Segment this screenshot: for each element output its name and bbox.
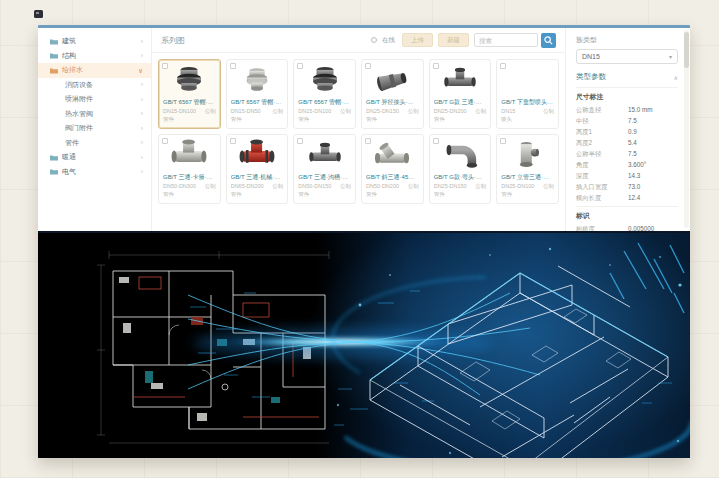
upload-button[interactable]: 上传 [402,33,433,47]
sidebar-item-label: 管件 [65,138,79,148]
fitting-card[interactable]: GB/T 斜三通·45度·沟槽 DN50-DN200公制 管件 [361,134,424,204]
card-checkbox[interactable] [433,63,439,69]
library-ui: 建筑 › 结构 › 给排水 ∨ 消防设备 › 喷淋附 [38,28,690,231]
card-checkbox[interactable] [230,138,236,144]
fitting-card[interactable]: GB/T 6567 管帽·内丝连接 DN15-DN50公制 管件 [226,59,289,129]
fitting-thumbnail [163,62,216,99]
fitting-category: 管件 [434,116,487,123]
fitting-card[interactable]: GB/T 三通·卡箍·铸铁 DN50-DN300公制 管件 [158,134,221,204]
property-label: 公称半径 [576,150,628,157]
sidebar-item-valve-accessories[interactable]: 阀门附件 › [38,121,151,136]
folder-icon [50,168,58,175]
fitting-name: GB/T 6567 管帽·内丝连接 [231,99,284,106]
fitting-size: DN15-DN50 [231,108,261,115]
card-checkbox[interactable] [162,63,168,69]
search-input[interactable] [474,33,538,47]
sidebar-item-hot-water-valves[interactable]: 热水管阀 › [38,107,151,122]
online-radio[interactable] [371,37,377,43]
property-value: 15.0 mm [628,106,653,113]
card-checkbox[interactable] [500,138,506,144]
fitting-unit: 公制 [475,183,486,190]
fitting-thumbnail [501,137,554,174]
sidebar-item-label: 阀门附件 [65,123,93,133]
sidebar-item-plumbing[interactable]: 给排水 ∨ [38,63,151,78]
fitting-unit: 公制 [543,108,554,115]
property-value: 7.5 [628,150,637,157]
type-parameters-section[interactable]: 类型参数 ∧ [576,72,678,82]
fitting-category: 管件 [298,116,351,123]
fitting-card[interactable]: GB/T G款 三通·中心-自动喷淋 DN25-DN200公制 管件 [429,59,492,129]
fitting-category: 管件 [434,191,487,198]
fitting-thumbnail [366,137,419,174]
family-type-label: 族类型 [576,35,678,45]
chevron-right-icon: › [141,96,143,103]
sidebar-item-structure[interactable]: 结构 › [38,49,151,64]
property-row: 插入口宽度73.0 [576,183,678,190]
identity-group-title: 标识 [576,211,678,221]
sidebar-item-electrical[interactable]: 电气 › [38,165,151,180]
sidebar-item-hvac[interactable]: 暖通 › [38,150,151,165]
sidebar-item-label: 消防设备 [65,80,93,90]
card-checkbox[interactable] [365,138,371,144]
family-type-select[interactable]: DN15 ▾ [576,49,678,64]
fitting-size: DN25-DN100 [501,183,534,190]
card-checkbox[interactable] [162,138,168,144]
sidebar-item-label: 建筑 [62,36,76,46]
fitting-card[interactable]: GB/T 下垂型喷头·玻璃球 DN15公制 喷头 [496,59,559,129]
fitting-unit: 公制 [408,108,419,115]
fitting-card[interactable]: GB/T 6567 管帽·沟槽管件 DN15-DN100公制 管件 [158,59,221,129]
fitting-unit: 公制 [272,183,283,190]
fitting-size: DN15-DN100 [163,108,196,115]
sidebar-item-sprinkler-accessories[interactable]: 喷淋附件 › [38,92,151,107]
collapse-icon: ∧ [674,74,678,81]
card-checkbox[interactable] [297,63,303,69]
property-label: 横向长度 [576,194,628,201]
fitting-thumbnail [231,62,284,99]
property-label: 高度1 [576,128,628,135]
property-value: 14.3 [628,172,640,179]
fitting-thumbnail [366,62,419,99]
card-checkbox[interactable] [500,63,506,69]
fitting-card[interactable]: GB/T G款·弯头·沟槽式 DN25-DN150公制 管件 [429,134,492,204]
sidebar-item-label: 热水管阀 [65,109,93,119]
fitting-unit: 公制 [543,183,554,190]
search-button[interactable] [541,33,556,48]
fitting-name: GB/T 斜三通·45度·沟槽 [366,174,419,181]
card-checkbox[interactable] [433,138,439,144]
chevron-right-icon: › [141,139,143,146]
chevron-right-icon: › [141,52,143,59]
fitting-card[interactable]: GB/T 立管三通·丝口 DN25-DN100公制 管件 [496,134,559,204]
fitting-category: 管件 [231,191,284,198]
fitting-card[interactable]: GB/T 三通·沟槽·B款 DN50-DN150公制 管件 [293,134,356,204]
folder-icon [50,52,58,59]
fitting-thumbnail [298,62,351,99]
fitting-thumbnail [501,62,554,99]
sidebar-item-fire-equipment[interactable]: 消防设备 › [38,78,151,93]
scrollbar-thumb[interactable] [684,32,689,68]
property-row: 高度25.4 [576,139,678,146]
logo-mark [34,10,43,18]
sidebar-item-architecture[interactable]: 建筑 › [38,34,151,49]
fitting-thumbnail [298,137,351,174]
sidebar-item-pipe-fittings[interactable]: 管件 › [38,136,151,151]
chevron-right-icon: › [141,110,143,117]
fitting-name: GB/T 下垂型喷头·玻璃球 [501,99,554,106]
card-checkbox[interactable] [365,63,371,69]
create-button[interactable]: 新建 [438,33,469,47]
fitting-name: GB/T 三通·沟槽·B款 [298,174,351,181]
fitting-category: 管件 [163,191,216,198]
property-label: 中径 [576,117,628,124]
fitting-card[interactable]: GB/T 三通·机械·红色 DN65-DN200公制 管件 [226,134,289,204]
card-checkbox[interactable] [230,63,236,69]
fitting-name: GB/T 立管三通·丝口 [501,174,554,181]
scrollbar[interactable] [684,30,689,228]
sidebar-item-label: 给排水 [62,65,83,75]
property-value: 5.4 [628,139,637,146]
chevron-down-icon: ∨ [138,67,143,74]
fitting-card[interactable]: GB/T 异径接头·同心 DN25-DN150公制 管件 [361,59,424,129]
fitting-card[interactable]: GB/T 6567 管帽·卡箍连接 DN15-DN100公制 管件 [293,59,356,129]
fitting-thumbnail [434,137,487,174]
chevron-right-icon: › [141,38,143,45]
fitting-unit: 公制 [408,183,419,190]
card-checkbox[interactable] [297,138,303,144]
